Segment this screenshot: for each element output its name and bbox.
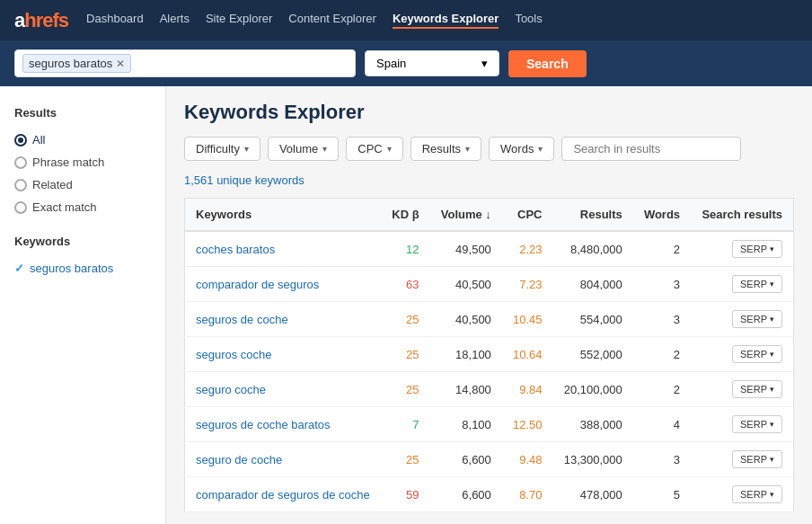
keyword-input-wrapper[interactable]: seguros baratos ✕ [14, 49, 356, 77]
serp-button[interactable]: SERP ▾ [732, 415, 782, 433]
th-cpc[interactable]: CPC [502, 199, 553, 232]
country-select[interactable]: Spain ▾ [365, 50, 499, 76]
results-section-title: Results [0, 101, 165, 125]
cell-results: 388,000 [553, 407, 633, 442]
cell-volume: 18,100 [430, 337, 502, 372]
cell-words: 2 [633, 337, 691, 372]
cell-keyword[interactable]: seguro de coche [185, 442, 382, 477]
serp-arrow: ▾ [770, 244, 774, 253]
results-table: Keywords KD β Volume ↓ CPC Results Words… [184, 198, 794, 512]
cell-kd: 63 [381, 267, 429, 302]
table-row: seguros de coche 25 40,500 10.45 554,000… [185, 302, 794, 337]
cell-keyword[interactable]: seguro coche [185, 372, 382, 407]
serp-button[interactable]: SERP ▾ [732, 345, 782, 363]
filter-cpc-label: CPC [357, 142, 382, 155]
main-layout: Results All Phrase match Related Exact m… [0, 86, 812, 524]
cell-keyword[interactable]: comparador de seguros [185, 267, 382, 302]
cell-serp: SERP ▾ [691, 407, 793, 442]
serp-button[interactable]: SERP ▾ [732, 485, 782, 503]
cell-results: 804,000 [553, 267, 633, 302]
nav-links: Dashboard Alerts Site Explorer Content E… [86, 12, 543, 29]
search-in-results-input[interactable] [561, 137, 741, 161]
cell-results: 20,100,000 [553, 372, 633, 407]
serp-button[interactable]: SERP ▾ [732, 240, 782, 258]
table-row: comparador de seguros 63 40,500 7.23 804… [185, 267, 794, 302]
sidebar-item-exact-match[interactable]: Exact match [0, 196, 165, 218]
nav-content-explorer[interactable]: Content Explorer [288, 12, 376, 29]
filter-words-label: Words [500, 142, 534, 155]
serp-label: SERP [740, 489, 767, 500]
th-kd[interactable]: KD β [381, 199, 429, 232]
filter-cpc[interactable]: CPC ▾ [346, 137, 402, 161]
cell-serp: SERP ▾ [691, 372, 793, 407]
filter-words[interactable]: Words ▾ [489, 137, 554, 161]
cell-words: 3 [633, 302, 691, 337]
search-bar: seguros baratos ✕ Spain ▾ Search [0, 40, 812, 86]
th-keywords: Keywords [185, 199, 382, 232]
cell-words: 2 [633, 231, 691, 267]
cell-keyword[interactable]: comparador de seguros de coche [185, 477, 382, 512]
country-label: Spain [376, 57, 406, 70]
filter-results[interactable]: Results ▾ [410, 137, 481, 161]
keyword-tag-close[interactable]: ✕ [116, 58, 125, 70]
page-title: Keywords Explorer [184, 101, 794, 124]
serp-arrow: ▾ [770, 385, 774, 394]
filter-difficulty[interactable]: Difficulty ▾ [184, 137, 260, 161]
cell-serp: SERP ▾ [691, 442, 793, 477]
nav-alerts[interactable]: Alerts [160, 12, 190, 29]
serp-button[interactable]: SERP ▾ [732, 380, 782, 398]
serp-button[interactable]: SERP ▾ [732, 310, 782, 328]
sidebar-keyword-seguros-baratos[interactable]: ✓ seguros baratos [0, 257, 165, 280]
nav-tools[interactable]: Tools [515, 12, 542, 29]
table-row: seguros coche 25 18,100 10.64 552,000 2 … [185, 337, 794, 372]
th-search-results: Search results [691, 199, 793, 232]
cell-keyword[interactable]: seguros coche [185, 337, 382, 372]
cell-cpc: 12.50 [502, 407, 553, 442]
cell-volume: 6,600 [430, 442, 502, 477]
sidebar-item-all[interactable]: All [0, 129, 165, 151]
serp-label: SERP [740, 454, 767, 465]
filter-volume[interactable]: Volume ▾ [268, 137, 339, 161]
cell-cpc: 2.23 [502, 231, 553, 267]
serp-label: SERP [740, 419, 767, 430]
nav-dashboard[interactable]: Dashboard [86, 12, 144, 29]
sidebar-label-exact-match: Exact match [32, 200, 97, 214]
cell-results: 13,300,000 [553, 442, 633, 477]
serp-label: SERP [740, 244, 767, 254]
cell-kd: 25 [381, 442, 429, 477]
cell-results: 552,000 [553, 337, 633, 372]
cell-keyword[interactable]: seguros de coche [185, 302, 382, 337]
sidebar-item-related[interactable]: Related [0, 173, 165, 196]
cell-words: 2 [633, 372, 691, 407]
cell-cpc: 9.48 [502, 442, 553, 477]
serp-arrow: ▾ [770, 490, 774, 499]
keyword-tag: seguros baratos ✕ [22, 54, 131, 73]
th-results[interactable]: Results [553, 199, 633, 232]
cell-results: 554,000 [553, 302, 633, 337]
search-button[interactable]: Search [508, 50, 587, 77]
th-words[interactable]: Words [633, 199, 691, 232]
nav-site-explorer[interactable]: Site Explorer [206, 12, 272, 29]
filter-volume-label: Volume [279, 142, 318, 155]
cell-volume: 40,500 [430, 267, 502, 302]
cell-results: 8,480,000 [553, 231, 633, 267]
serp-button[interactable]: SERP ▾ [732, 275, 782, 293]
filter-difficulty-label: Difficulty [196, 142, 240, 155]
table-row: coches baratos 12 49,500 2.23 8,480,000 … [185, 231, 794, 267]
filter-difficulty-arrow: ▾ [244, 144, 249, 154]
nav-keywords-explorer[interactable]: Keywords Explorer [393, 12, 499, 29]
serp-button[interactable]: SERP ▾ [732, 450, 782, 468]
cell-keyword[interactable]: seguros de coche baratos [185, 407, 382, 442]
th-volume[interactable]: Volume ↓ [430, 199, 502, 232]
radio-phrase-match [14, 156, 27, 169]
cell-kd: 25 [381, 372, 429, 407]
cell-keyword[interactable]: coches baratos [185, 231, 382, 267]
cell-volume: 49,500 [430, 231, 502, 267]
cell-serp: SERP ▾ [691, 231, 793, 267]
serp-label: SERP [740, 279, 767, 289]
table-row: comparador de seguros de coche 59 6,600 … [185, 477, 794, 512]
table-row: seguros de coche baratos 7 8,100 12.50 3… [185, 407, 794, 442]
cell-kd: 7 [381, 407, 429, 442]
main-content: Keywords Explorer Difficulty ▾ Volume ▾ … [166, 86, 812, 524]
sidebar-item-phrase-match[interactable]: Phrase match [0, 151, 165, 173]
